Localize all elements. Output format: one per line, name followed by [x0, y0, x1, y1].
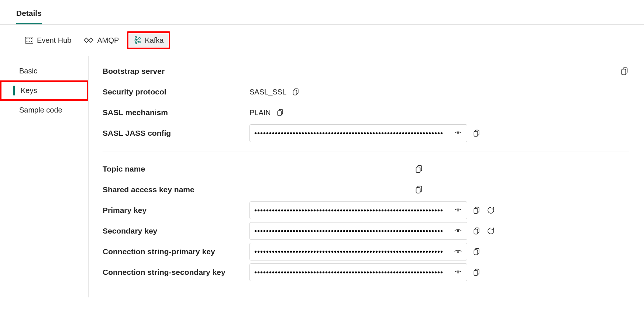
copy-icon[interactable]: [472, 227, 481, 235]
label-conn-secondary: Connection string-secondary key: [103, 268, 249, 277]
copy-icon[interactable]: [472, 268, 481, 277]
svg-rect-24: [474, 131, 478, 137]
sidebar-item-basic[interactable]: Basic: [0, 62, 88, 80]
regenerate-icon[interactable]: [486, 227, 495, 235]
copy-icon[interactable]: [276, 108, 285, 117]
row-shared-access-key-name: Shared access key name: [103, 179, 629, 200]
row-bootstrap-server: Bootstrap server: [103, 61, 629, 82]
svg-point-38: [457, 272, 459, 273]
svg-rect-40: [474, 270, 478, 276]
sidebar: Basic Keys Sample code: [0, 56, 89, 297]
copy-icon[interactable]: [415, 185, 424, 194]
tab-amqp[interactable]: AMQP: [79, 34, 123, 47]
copy-icon[interactable]: [292, 87, 300, 96]
svg-point-5: [29, 41, 30, 42]
label-conn-primary: Connection string-primary key: [103, 247, 249, 256]
divider: [103, 152, 629, 152]
label-security-protocol: Security protocol: [103, 87, 249, 96]
secret-input-conn-primary: [249, 243, 467, 260]
row-conn-primary: Connection string-primary key: [103, 241, 629, 262]
copy-icon[interactable]: [620, 67, 629, 76]
input-conn-secondary[interactable]: [254, 268, 451, 277]
sidebar-item-sample-code[interactable]: Sample code: [0, 101, 88, 119]
secret-input-conn-secondary: [249, 263, 467, 281]
label-topic-name: Topic name: [103, 165, 249, 173]
row-secondary-key: Secondary key: [103, 221, 629, 241]
amqp-icon: [84, 37, 93, 43]
value-security-protocol: SASL_SSL: [249, 88, 286, 96]
row-sasl-jass-config: SASL JASS config: [103, 123, 629, 144]
svg-line-15: [137, 41, 139, 42]
tab-label: Kafka: [145, 36, 163, 45]
label-primary-key: Primary key: [103, 206, 249, 215]
svg-point-3: [31, 38, 32, 39]
svg-point-11: [139, 41, 140, 43]
row-conn-secondary: Connection string-secondary key: [103, 262, 629, 283]
svg-rect-37: [474, 250, 478, 255]
svg-rect-17: [622, 69, 626, 75]
svg-rect-0: [25, 37, 33, 44]
label-bootstrap-server: Bootstrap server: [103, 67, 249, 76]
svg-point-9: [135, 42, 137, 44]
reveal-icon[interactable]: [454, 227, 462, 235]
top-tabs: Details: [0, 0, 644, 25]
svg-rect-31: [474, 208, 478, 214]
sidebar-item-keys[interactable]: Keys: [1, 82, 87, 99]
tab-label: AMQP: [97, 36, 119, 45]
row-topic-name: Topic name: [103, 159, 629, 179]
copy-icon[interactable]: [415, 165, 424, 173]
svg-point-32: [457, 230, 459, 232]
kafka-icon: [134, 36, 141, 45]
svg-rect-26: [416, 167, 420, 173]
input-sasl-jass[interactable]: [254, 129, 451, 138]
copy-icon[interactable]: [472, 206, 481, 215]
input-conn-primary[interactable]: [254, 248, 451, 256]
svg-point-8: [135, 39, 137, 41]
svg-point-1: [27, 38, 28, 39]
event-hub-icon: [25, 37, 33, 44]
svg-point-35: [457, 251, 459, 252]
svg-point-4: [27, 41, 28, 42]
row-security-protocol: Security protocol SASL_SSL: [103, 82, 629, 102]
secret-input-primary-key: [249, 201, 467, 219]
reveal-icon[interactable]: [454, 206, 462, 215]
input-secondary-key[interactable]: [254, 227, 451, 235]
copy-icon[interactable]: [472, 247, 481, 256]
row-sasl-mechanism: SASL mechanism PLAIN: [103, 102, 629, 123]
reveal-icon[interactable]: [454, 129, 462, 138]
regenerate-icon[interactable]: [486, 206, 495, 215]
svg-rect-19: [293, 90, 297, 95]
label-sasl-mechanism: SASL mechanism: [103, 108, 249, 117]
svg-point-2: [29, 38, 30, 39]
label-secondary-key: Secondary key: [103, 227, 249, 235]
input-primary-key[interactable]: [254, 206, 451, 215]
svg-rect-34: [474, 229, 478, 234]
secret-input-sasl-jass: [249, 124, 467, 142]
svg-rect-28: [416, 188, 420, 193]
svg-point-6: [31, 41, 32, 42]
protocol-tabs: Event Hub AMQP: [0, 25, 644, 56]
row-primary-key: Primary key: [103, 200, 629, 221]
secret-input-secondary-key: [249, 222, 467, 240]
reveal-icon[interactable]: [454, 247, 462, 256]
svg-point-29: [457, 210, 459, 211]
svg-point-22: [457, 132, 459, 134]
svg-point-10: [139, 38, 140, 39]
copy-icon[interactable]: [472, 129, 481, 138]
tab-event-hub[interactable]: Event Hub: [21, 34, 76, 47]
label-shared-access-key-name: Shared access key name: [103, 185, 249, 194]
reveal-icon[interactable]: [454, 268, 462, 277]
value-sasl-mechanism: PLAIN: [249, 108, 271, 117]
label-sasl-jass-config: SASL JASS config: [103, 129, 249, 138]
content-panel: Bootstrap server Security protocol SASL_…: [89, 56, 644, 297]
tab-label: Event Hub: [37, 36, 71, 45]
svg-line-14: [137, 39, 139, 40]
tab-kafka[interactable]: Kafka: [129, 34, 168, 47]
tab-details[interactable]: Details: [16, 9, 42, 24]
svg-rect-21: [278, 111, 281, 116]
svg-point-7: [135, 37, 137, 38]
